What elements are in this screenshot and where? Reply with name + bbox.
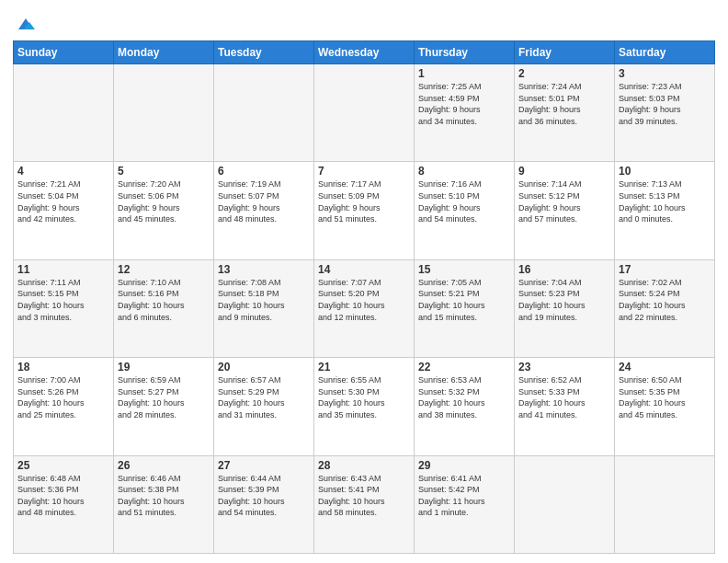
- calendar-cell: 17Sunrise: 7:02 AM Sunset: 5:24 PM Dayli…: [615, 259, 715, 357]
- calendar-cell: 24Sunrise: 6:50 AM Sunset: 5:35 PM Dayli…: [615, 358, 715, 455]
- day-detail: Sunrise: 7:00 AM Sunset: 5:26 PM Dayligh…: [17, 374, 109, 420]
- calendar-week-row: 18Sunrise: 7:00 AM Sunset: 5:26 PM Dayli…: [14, 358, 715, 455]
- day-detail: Sunrise: 7:13 AM Sunset: 5:13 PM Dayligh…: [619, 178, 711, 224]
- calendar-cell: 13Sunrise: 7:08 AM Sunset: 5:18 PM Dayli…: [214, 259, 314, 357]
- calendar-cell: 29Sunrise: 6:41 AM Sunset: 5:42 PM Dayli…: [415, 455, 515, 553]
- day-number: 5: [118, 165, 210, 178]
- calendar-cell: 9Sunrise: 7:14 AM Sunset: 5:12 PM Daylig…: [515, 162, 615, 259]
- day-number: 10: [619, 165, 711, 178]
- day-detail: Sunrise: 7:17 AM Sunset: 5:09 PM Dayligh…: [318, 178, 410, 224]
- day-number: 19: [118, 361, 210, 373]
- calendar-cell: 14Sunrise: 7:07 AM Sunset: 5:20 PM Dayli…: [314, 259, 415, 357]
- calendar-cell: 11Sunrise: 7:11 AM Sunset: 5:15 PM Dayli…: [14, 259, 114, 357]
- day-detail: Sunrise: 7:05 AM Sunset: 5:21 PM Dayligh…: [418, 277, 510, 323]
- day-number: 4: [17, 165, 109, 178]
- weekday-header-wednesday: Wednesday: [314, 41, 415, 64]
- day-number: 21: [318, 361, 410, 373]
- calendar-cell: 1Sunrise: 7:25 AM Sunset: 4:59 PM Daylig…: [415, 64, 515, 162]
- day-number: 20: [218, 361, 310, 373]
- calendar-cell: [515, 455, 615, 553]
- day-detail: Sunrise: 7:04 AM Sunset: 5:23 PM Dayligh…: [518, 277, 610, 323]
- calendar-week-row: 25Sunrise: 6:48 AM Sunset: 5:36 PM Dayli…: [14, 455, 715, 553]
- day-detail: Sunrise: 6:52 AM Sunset: 5:33 PM Dayligh…: [518, 374, 610, 420]
- day-number: 3: [619, 67, 711, 80]
- calendar-cell: 22Sunrise: 6:53 AM Sunset: 5:32 PM Dayli…: [415, 358, 515, 455]
- day-number: 16: [518, 263, 610, 276]
- calendar-cell: [615, 455, 715, 553]
- day-number: 28: [318, 459, 410, 472]
- day-number: 22: [418, 361, 510, 373]
- calendar-cell: 6Sunrise: 7:19 AM Sunset: 5:07 PM Daylig…: [214, 162, 314, 259]
- day-detail: Sunrise: 6:57 AM Sunset: 5:29 PM Dayligh…: [218, 374, 310, 420]
- calendar-table: SundayMondayTuesdayWednesdayThursdayFrid…: [13, 40, 715, 554]
- day-number: 17: [619, 263, 711, 276]
- day-detail: Sunrise: 7:21 AM Sunset: 5:04 PM Dayligh…: [17, 178, 109, 224]
- day-detail: Sunrise: 7:24 AM Sunset: 5:01 PM Dayligh…: [518, 81, 610, 127]
- day-detail: Sunrise: 6:59 AM Sunset: 5:27 PM Dayligh…: [118, 374, 210, 420]
- day-number: 25: [17, 459, 109, 472]
- day-detail: Sunrise: 7:19 AM Sunset: 5:07 PM Dayligh…: [218, 178, 310, 224]
- header: [13, 9, 715, 35]
- day-number: 12: [118, 263, 210, 276]
- day-detail: Sunrise: 7:23 AM Sunset: 5:03 PM Dayligh…: [619, 81, 711, 127]
- day-detail: Sunrise: 6:48 AM Sunset: 5:36 PM Dayligh…: [17, 473, 109, 519]
- day-number: 9: [518, 165, 610, 178]
- weekday-header-friday: Friday: [515, 41, 615, 64]
- calendar-cell: 28Sunrise: 6:43 AM Sunset: 5:41 PM Dayli…: [314, 455, 415, 553]
- day-number: 27: [218, 459, 310, 472]
- weekday-header-sunday: Sunday: [14, 41, 114, 64]
- calendar-cell: 27Sunrise: 6:44 AM Sunset: 5:39 PM Dayli…: [214, 455, 314, 553]
- day-number: 2: [518, 67, 610, 80]
- calendar-cell: 10Sunrise: 7:13 AM Sunset: 5:13 PM Dayli…: [615, 162, 715, 259]
- calendar-cell: 23Sunrise: 6:52 AM Sunset: 5:33 PM Dayli…: [515, 358, 615, 455]
- day-number: 15: [418, 263, 510, 276]
- calendar-cell: 16Sunrise: 7:04 AM Sunset: 5:23 PM Dayli…: [515, 259, 615, 357]
- day-number: 14: [318, 263, 410, 276]
- calendar-cell: 21Sunrise: 6:55 AM Sunset: 5:30 PM Dayli…: [314, 358, 415, 455]
- day-number: 24: [619, 361, 711, 373]
- day-number: 6: [218, 165, 310, 178]
- day-number: 23: [518, 361, 610, 373]
- calendar-cell: 19Sunrise: 6:59 AM Sunset: 5:27 PM Dayli…: [114, 358, 214, 455]
- weekday-header-saturday: Saturday: [615, 41, 715, 64]
- day-number: 11: [17, 263, 109, 276]
- calendar-cell: 26Sunrise: 6:46 AM Sunset: 5:38 PM Dayli…: [114, 455, 214, 553]
- weekday-header-tuesday: Tuesday: [214, 41, 314, 64]
- day-detail: Sunrise: 7:25 AM Sunset: 4:59 PM Dayligh…: [418, 81, 510, 127]
- calendar-cell: 18Sunrise: 7:00 AM Sunset: 5:26 PM Dayli…: [14, 358, 114, 455]
- calendar-cell: 15Sunrise: 7:05 AM Sunset: 5:21 PM Dayli…: [415, 259, 515, 357]
- calendar-week-row: 1Sunrise: 7:25 AM Sunset: 4:59 PM Daylig…: [14, 64, 715, 162]
- day-number: 1: [418, 67, 510, 80]
- day-detail: Sunrise: 6:53 AM Sunset: 5:32 PM Dayligh…: [418, 374, 510, 420]
- calendar-week-row: 4Sunrise: 7:21 AM Sunset: 5:04 PM Daylig…: [14, 162, 715, 259]
- calendar-cell: 4Sunrise: 7:21 AM Sunset: 5:04 PM Daylig…: [14, 162, 114, 259]
- day-detail: Sunrise: 7:07 AM Sunset: 5:20 PM Dayligh…: [318, 277, 410, 323]
- logo: [13, 13, 37, 35]
- day-detail: Sunrise: 6:46 AM Sunset: 5:38 PM Dayligh…: [118, 473, 210, 519]
- day-detail: Sunrise: 7:02 AM Sunset: 5:24 PM Dayligh…: [619, 277, 711, 323]
- day-detail: Sunrise: 6:44 AM Sunset: 5:39 PM Dayligh…: [218, 473, 310, 519]
- day-detail: Sunrise: 7:11 AM Sunset: 5:15 PM Dayligh…: [17, 277, 109, 323]
- day-detail: Sunrise: 7:08 AM Sunset: 5:18 PM Dayligh…: [218, 277, 310, 323]
- day-number: 7: [318, 165, 410, 178]
- day-detail: Sunrise: 7:16 AM Sunset: 5:10 PM Dayligh…: [418, 178, 510, 224]
- day-number: 29: [418, 459, 510, 472]
- day-number: 13: [218, 263, 310, 276]
- day-detail: Sunrise: 7:20 AM Sunset: 5:06 PM Dayligh…: [118, 178, 210, 224]
- day-number: 26: [118, 459, 210, 472]
- weekday-header-thursday: Thursday: [415, 41, 515, 64]
- calendar-cell: 7Sunrise: 7:17 AM Sunset: 5:09 PM Daylig…: [314, 162, 415, 259]
- calendar-cell: [114, 64, 214, 162]
- calendar-cell: 2Sunrise: 7:24 AM Sunset: 5:01 PM Daylig…: [515, 64, 615, 162]
- page: SundayMondayTuesdayWednesdayThursdayFrid…: [0, 0, 728, 563]
- calendar-week-row: 11Sunrise: 7:11 AM Sunset: 5:15 PM Dayli…: [14, 259, 715, 357]
- day-detail: Sunrise: 6:50 AM Sunset: 5:35 PM Dayligh…: [619, 374, 711, 420]
- calendar-cell: 25Sunrise: 6:48 AM Sunset: 5:36 PM Dayli…: [14, 455, 114, 553]
- calendar-cell: 20Sunrise: 6:57 AM Sunset: 5:29 PM Dayli…: [214, 358, 314, 455]
- calendar-cell: 5Sunrise: 7:20 AM Sunset: 5:06 PM Daylig…: [114, 162, 214, 259]
- day-detail: Sunrise: 7:10 AM Sunset: 5:16 PM Dayligh…: [118, 277, 210, 323]
- calendar-cell: [14, 64, 114, 162]
- calendar-cell: 3Sunrise: 7:23 AM Sunset: 5:03 PM Daylig…: [615, 64, 715, 162]
- day-detail: Sunrise: 7:14 AM Sunset: 5:12 PM Dayligh…: [518, 178, 610, 224]
- logo-icon: [15, 13, 37, 35]
